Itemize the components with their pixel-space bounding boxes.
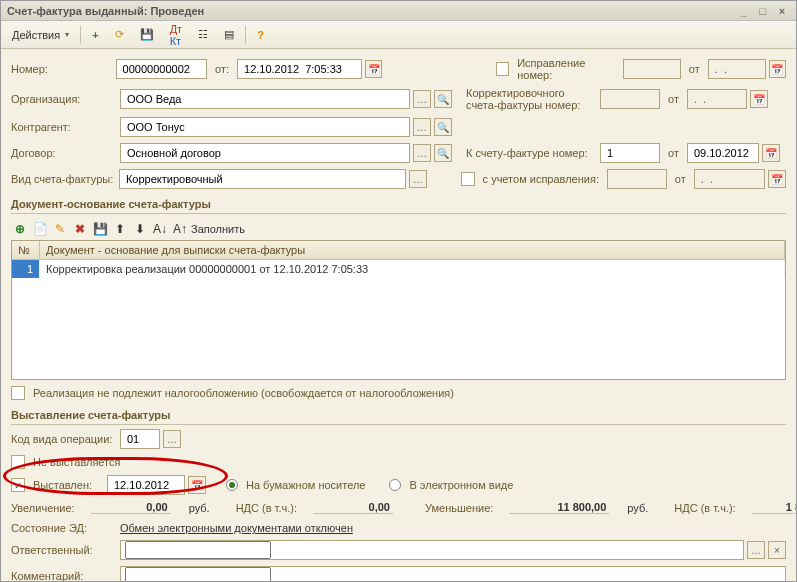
correction-checkbox[interactable] (496, 62, 510, 76)
correcting-date-input[interactable] (692, 92, 742, 106)
select-icon-2[interactable]: … (413, 118, 431, 136)
dt-kt-icon[interactable]: ДтКт (163, 20, 190, 50)
decrease-value: 11 800,00 (509, 501, 609, 514)
actions-menu[interactable]: Действия (5, 26, 76, 44)
correction-label: Исправление номер: (517, 57, 619, 81)
grid-copy-icon[interactable]: 📄 (31, 220, 49, 238)
electronic-label: В электронном виде (409, 479, 513, 491)
electronic-radio[interactable] (389, 479, 401, 491)
paper-radio[interactable] (226, 479, 238, 491)
calendar-icon-2[interactable]: 📅 (769, 60, 786, 78)
number-input[interactable] (121, 62, 202, 76)
calendar-icon-3[interactable]: 📅 (750, 90, 768, 108)
op-code-input[interactable] (125, 432, 155, 446)
grid-edit-icon[interactable]: ✎ (51, 220, 69, 238)
correction-date-input[interactable] (713, 62, 761, 76)
grid-movedown-icon[interactable]: ⬇ (131, 220, 149, 238)
from-label-3: от (668, 93, 679, 105)
contract-input[interactable] (125, 146, 405, 160)
clear-icon[interactable]: × (768, 541, 786, 559)
invoice-type-input[interactable] (124, 172, 401, 186)
vat-inc-increase-value: 0,00 (313, 501, 393, 514)
grid-sortasc-icon[interactable]: A↓ (151, 220, 169, 238)
vat-inc-label-1: НДС (в т.ч.): (236, 502, 297, 514)
grid-save-icon[interactable]: 💾 (91, 220, 109, 238)
contractor-input[interactable] (125, 120, 405, 134)
from-label: от: (215, 63, 229, 75)
org-label: Организация: (11, 93, 116, 105)
contract-label: Договор: (11, 147, 116, 159)
decrease-label: Уменьшение: (425, 502, 493, 514)
open-icon-2[interactable]: 🔍 (434, 118, 452, 136)
to-invoice-num-input[interactable] (605, 146, 655, 160)
vat-inc-label-2: НДС (в т.ч.): (674, 502, 735, 514)
with-correction-num-input[interactable] (612, 172, 662, 186)
responsible-label: Ответственный: (11, 544, 116, 556)
rub-2: руб. (627, 502, 648, 514)
date-input[interactable] (242, 62, 357, 76)
to-invoice-date-input[interactable] (692, 146, 754, 160)
responsible-input[interactable] (125, 541, 271, 559)
number-label: Номер: (11, 63, 112, 75)
table-row[interactable]: 1 Корректировка реализации 00000000001 о… (12, 260, 785, 278)
with-correction-date-input[interactable] (699, 172, 760, 186)
calendar-icon-5[interactable]: 📅 (768, 170, 786, 188)
tax-exempt-checkbox[interactable] (11, 386, 25, 400)
select-icon-6[interactable]: … (747, 541, 765, 559)
help-icon[interactable]: ? (250, 26, 271, 44)
grid-add-icon[interactable]: ⊕ (11, 220, 29, 238)
vat-inc-decrease-value: 1 800,00 (752, 501, 797, 514)
open-icon-3[interactable]: 🔍 (434, 144, 452, 162)
post-icon[interactable]: ⟳ (108, 25, 131, 44)
grid-col-num: № (12, 241, 40, 259)
from-label-2: от (689, 63, 700, 75)
issued-date-input[interactable] (112, 478, 180, 492)
increase-value: 0,00 (91, 501, 171, 514)
rub-1: руб. (189, 502, 210, 514)
increase-label: Увеличение: (11, 502, 75, 514)
calendar-icon-4[interactable]: 📅 (762, 144, 780, 162)
correction-num-input[interactable] (628, 62, 676, 76)
save-icon[interactable]: 💾 (133, 25, 161, 44)
ed-state-value[interactable]: Обмен электронными документами отключен (120, 522, 353, 534)
main-toolbar: Действия + ⟳ 💾 ДтКт ☷ ▤ ? (1, 21, 796, 49)
tax-exempt-label: Реализация не подлежит налогообложению (… (33, 387, 454, 399)
select-icon[interactable]: … (413, 90, 431, 108)
report-icon[interactable]: ▤ (217, 25, 241, 44)
calendar-icon-6[interactable]: 📅 (188, 476, 206, 494)
select-icon-5[interactable]: … (163, 430, 181, 448)
add-icon[interactable]: + (85, 26, 105, 44)
grid-moveup-icon[interactable]: ⬆ (111, 220, 129, 238)
from-label-5: от (675, 173, 686, 185)
calendar-icon[interactable]: 📅 (365, 60, 382, 78)
correcting-num-input[interactable] (605, 92, 655, 106)
close-icon[interactable]: × (774, 1, 790, 21)
window-title: Счет-фактура выданный: Проведен (7, 1, 204, 20)
correcting-label: Корректировочного счета-фактуры номер: (466, 87, 596, 111)
grid-delete-icon[interactable]: ✖ (71, 220, 89, 238)
to-invoice-label: К счету-фактуре номер: (466, 147, 596, 159)
open-icon[interactable]: 🔍 (434, 90, 452, 108)
not-issued-label: Не выставляется (33, 456, 121, 468)
grid-fill-menu[interactable]: Заполнить (191, 223, 245, 235)
minimize-icon[interactable]: _ (736, 1, 752, 21)
not-issued-checkbox[interactable] (11, 455, 25, 469)
grid-cell-num: 1 (12, 260, 40, 278)
section-issue-header: Выставление счета-фактуры (11, 406, 786, 425)
grid-sortdesc-icon[interactable]: A↑ (171, 220, 189, 238)
with-correction-checkbox[interactable] (461, 172, 475, 186)
section-basis-header: Документ-основание счета-фактуры (11, 195, 786, 214)
structure-icon[interactable]: ☷ (191, 25, 215, 44)
paper-label: На бумажном носителе (246, 479, 365, 491)
org-input[interactable] (125, 92, 405, 106)
grid-col-doc: Документ - основание для выписки счета-ф… (40, 241, 785, 259)
from-label-4: от (668, 147, 679, 159)
select-icon-3[interactable]: … (413, 144, 431, 162)
ed-state-label: Состояние ЭД: (11, 522, 116, 534)
issued-label: Выставлен: (33, 479, 103, 491)
select-icon-4[interactable]: … (409, 170, 427, 188)
comment-input[interactable] (125, 567, 271, 582)
basis-grid[interactable]: № Документ - основание для выписки счета… (11, 240, 786, 380)
maximize-icon[interactable]: □ (755, 1, 771, 21)
issued-checkbox[interactable]: ✓ (11, 478, 25, 492)
